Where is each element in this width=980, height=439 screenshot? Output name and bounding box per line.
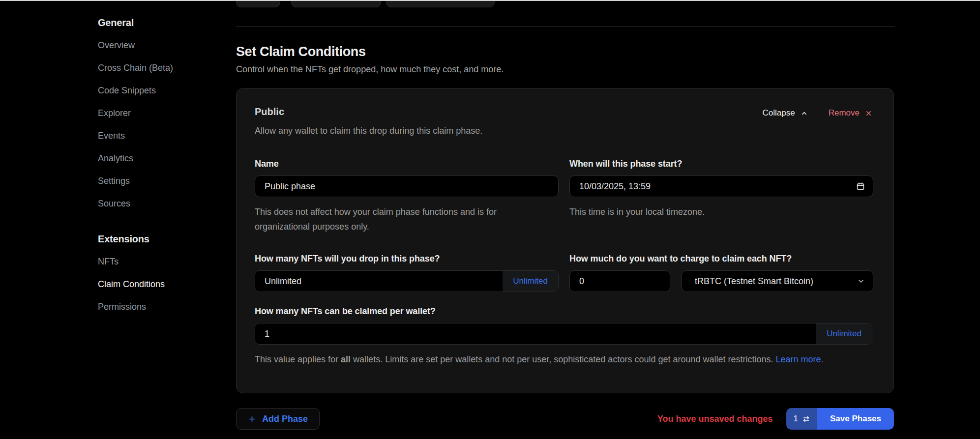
phases-footer: Add Phase You have unsaved changes 1 Sav… (236, 408, 894, 430)
chevron-up-icon (801, 110, 808, 117)
sidebar-item-permissions[interactable]: Permissions (98, 302, 226, 312)
contract-toolbar-clipped: 0xCbDc...F00e9 Rootstock Blockscout (236, 1, 495, 7)
price-field-group: How much do you want to charge to claim … (569, 254, 873, 292)
start-date-value: 10/03/2025, 13:59 (579, 181, 651, 192)
currency-select-value: tRBTC (Testnet Smart Bitcoin) (695, 276, 813, 287)
save-phases-label: Save Phases (830, 414, 881, 424)
supply-input-group: Unlimited (255, 270, 559, 292)
per-wallet-field-group: How many NFTs can be claimed per wallet?… (255, 306, 872, 367)
phase-name-input[interactable] (255, 176, 559, 197)
phase-card-actions: Collapse Remove (763, 108, 872, 118)
sidebar-heading-extensions: Extensions (98, 233, 226, 245)
add-phase-button[interactable]: Add Phase (236, 408, 320, 430)
name-field-helper: This does not affect how your claim phas… (255, 205, 533, 234)
claim-conditions-page: 0xCbDc...F00e9 Rootstock Blockscout Gene… (0, 0, 980, 439)
remove-button[interactable]: Remove (829, 108, 872, 118)
per-wallet-unlimited-button[interactable]: Unlimited (816, 323, 872, 344)
supply-field-group: How many NFTs will you drop in this phas… (255, 254, 559, 292)
claim-phase-card: Public Allow any wallet to claim this dr… (236, 88, 894, 393)
swap-arrows-icon (802, 415, 810, 423)
phase-title: Public (255, 106, 482, 117)
price-field-label: How much do you want to charge to claim … (569, 254, 873, 264)
save-phases-button[interactable]: Save Phases (817, 408, 894, 430)
contract-sidebar: General Overview Cross Chain (Beta) Code… (98, 17, 226, 324)
phase-description: Allow any wallet to claim this drop duri… (255, 126, 482, 136)
supply-input[interactable] (255, 271, 503, 292)
sidebar-heading-general: General (98, 17, 226, 29)
sidebar-item-sources[interactable]: Sources (98, 199, 226, 208)
sidebar-item-code-snippets[interactable]: Code Snippets (98, 86, 226, 95)
sidebar-item-analytics[interactable]: Analytics (98, 153, 226, 163)
contract-address-button[interactable]: 0xCbDc...F00e9 (291, 1, 381, 7)
sidebar-item-settings[interactable]: Settings (98, 176, 226, 186)
explorer-link-label: Rootstock Blockscout (394, 1, 475, 1)
phase-card-header: Public Allow any wallet to claim this dr… (255, 106, 872, 136)
learn-more-link[interactable]: Learn more. (776, 354, 824, 364)
section-divider (236, 26, 895, 27)
collapse-label: Collapse (763, 108, 795, 118)
tx-count-badge[interactable]: 1 (786, 408, 817, 430)
start-field-group: When will this phase start? 10/03/2025, … (569, 159, 873, 234)
currency-select[interactable]: tRBTC (Testnet Smart Bitcoin) (682, 270, 873, 292)
per-wallet-helper-prefix: This value applies for (255, 354, 341, 364)
name-field-group: Name This does not affect how your claim… (255, 159, 559, 234)
tx-count-value: 1 (794, 414, 798, 424)
remove-label: Remove (829, 108, 860, 118)
per-wallet-helper-suffix: wallets. Limits are set per wallets and … (351, 354, 775, 364)
calendar-icon[interactable] (856, 182, 865, 191)
contract-address-label: 0xCbDc...F00e9 (312, 1, 373, 1)
per-wallet-input[interactable] (255, 323, 816, 344)
phase-card-heading: Public Allow any wallet to claim this dr… (255, 106, 482, 136)
sidebar-item-nfts[interactable]: NFTs (98, 257, 226, 266)
supply-unlimited-button[interactable]: Unlimited (503, 271, 558, 292)
add-phase-label: Add Phase (262, 414, 308, 424)
sidebar-item-cross-chain[interactable]: Cross Chain (Beta) (98, 63, 226, 73)
per-wallet-helper-bold: all (341, 354, 351, 364)
start-field-label: When will this phase start? (569, 159, 873, 169)
page-subtitle: Control when the NFTs get dropped, how m… (236, 64, 504, 75)
page-title: Set Claim Conditions (236, 44, 366, 59)
chevron-down-icon (857, 277, 865, 285)
plus-icon (248, 415, 256, 423)
per-wallet-input-group: Unlimited (255, 323, 872, 345)
x-icon (865, 110, 872, 117)
sidebar-item-events[interactable]: Events (98, 131, 226, 141)
sidebar-item-explorer[interactable]: Explorer (98, 108, 226, 118)
supply-field-label: How many NFTs will you drop in this phas… (255, 254, 559, 264)
price-amount-input[interactable] (569, 270, 670, 292)
name-field-label: Name (255, 159, 559, 169)
collapse-button[interactable]: Collapse (763, 108, 808, 118)
sidebar-item-claim-conditions[interactable]: Claim Conditions (98, 279, 226, 289)
explorer-link-button[interactable]: Rootstock Blockscout (386, 1, 495, 7)
unsaved-changes-text: You have unsaved changes (657, 414, 773, 424)
per-wallet-helper: This value applies for all wallets. Limi… (255, 352, 872, 367)
footer-right: You have unsaved changes 1 Save Phases (657, 408, 894, 430)
per-wallet-field-label: How many NFTs can be claimed per wallet? (255, 306, 872, 317)
start-date-input[interactable]: 10/03/2025, 13:59 (569, 176, 873, 197)
toolbar-button-clipped[interactable] (236, 1, 280, 7)
save-phases-group: 1 Save Phases (786, 408, 894, 430)
sidebar-item-overview[interactable]: Overview (98, 40, 226, 50)
start-field-helper: This time is in your local timezone. (569, 205, 873, 219)
phase-form: Name This does not affect how your claim… (255, 159, 872, 367)
